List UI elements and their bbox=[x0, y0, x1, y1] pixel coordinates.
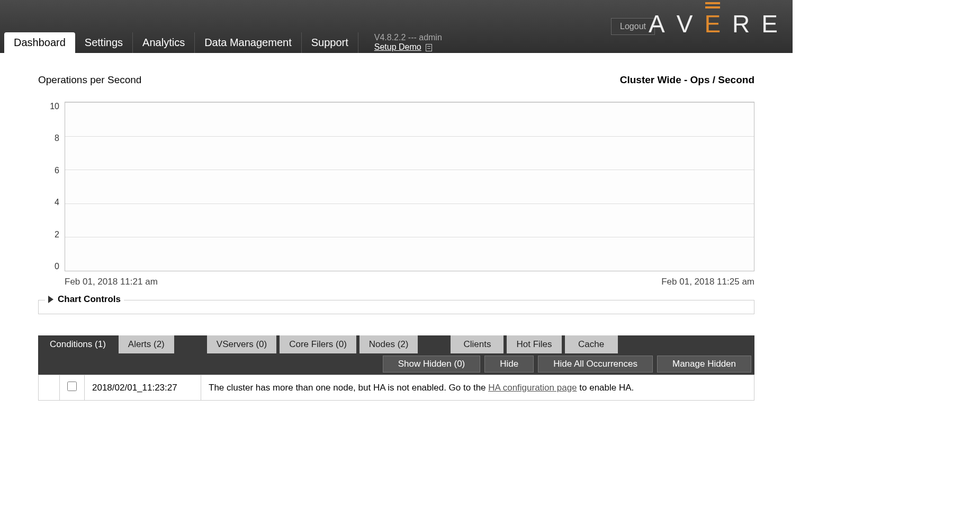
tab-vservers[interactable]: VServers (0) bbox=[207, 335, 276, 353]
row-checkbox[interactable] bbox=[67, 382, 77, 391]
chart-title-right: Cluster Wide - Ops / Second bbox=[620, 74, 754, 86]
y-tick: 4 bbox=[55, 198, 59, 207]
version-text: V4.8.2.2 --- admin bbox=[374, 33, 442, 42]
tab-core-filers[interactable]: Core Filers (0) bbox=[280, 335, 356, 353]
y-tick: 8 bbox=[55, 134, 59, 143]
y-tick: 10 bbox=[50, 102, 59, 111]
logo-letter: E bbox=[761, 10, 782, 38]
nav-tab-data-management[interactable]: Data Management bbox=[195, 32, 302, 53]
nav-tab-support[interactable]: Support bbox=[302, 32, 358, 53]
show-hidden-button[interactable]: Show Hidden (0) bbox=[383, 356, 481, 373]
tab-clients[interactable]: Clients bbox=[451, 335, 504, 353]
tab-alerts[interactable]: Alerts (2) bbox=[119, 335, 174, 353]
msg-prefix: The cluster has more than one node, but … bbox=[209, 383, 488, 393]
chart-x-axis: Feb 01, 2018 11:21 am Feb 01, 2018 11:25… bbox=[65, 277, 754, 287]
chart-area: 10 8 6 4 2 0 bbox=[38, 102, 754, 271]
logo-letter-e: E bbox=[704, 10, 725, 38]
x-tick-end: Feb 01, 2018 11:25 am bbox=[661, 277, 754, 287]
msg-suffix: to enable HA. bbox=[577, 383, 634, 393]
tab-cache[interactable]: Cache bbox=[565, 335, 618, 353]
y-tick: 0 bbox=[55, 262, 59, 271]
top-bar: Logout A V E R E Dashboard Settings Anal… bbox=[0, 0, 793, 53]
chart-controls-label: Chart Controls bbox=[58, 294, 121, 305]
chart-controls-panel: Chart Controls bbox=[38, 300, 754, 314]
tab-hot-files[interactable]: Hot Files bbox=[507, 335, 561, 353]
chart-title-left: Operations per Second bbox=[38, 74, 141, 86]
hide-all-occurrences-button[interactable]: Hide All Occurrences bbox=[538, 356, 653, 373]
chart-plot[interactable] bbox=[65, 102, 754, 271]
table-row: 2018/02/01_11:23:27 The cluster has more… bbox=[39, 375, 754, 401]
manage-hidden-button[interactable]: Manage Hidden bbox=[657, 356, 751, 373]
status-tab-strip: Conditions (1) Alerts (2) VServers (0) C… bbox=[38, 335, 754, 375]
row-timestamp: 2018/02/01_11:23:27 bbox=[85, 375, 201, 401]
y-tick: 6 bbox=[55, 166, 59, 175]
nav-tab-analytics[interactable]: Analytics bbox=[133, 32, 195, 53]
document-icon bbox=[426, 44, 432, 51]
tab-conditions[interactable]: Conditions (1) bbox=[40, 335, 115, 353]
chart-controls-toggle[interactable]: Chart Controls bbox=[45, 294, 124, 305]
logo-letter: R bbox=[732, 10, 754, 38]
tab-nodes[interactable]: Nodes (2) bbox=[359, 335, 418, 353]
x-tick-start: Feb 01, 2018 11:21 am bbox=[65, 277, 158, 287]
chart-y-axis: 10 8 6 4 2 0 bbox=[38, 102, 65, 271]
row-expand-cell[interactable] bbox=[39, 375, 60, 401]
chevron-right-icon bbox=[48, 296, 53, 303]
y-tick: 2 bbox=[55, 230, 59, 240]
ha-config-link[interactable]: HA configuration page bbox=[488, 383, 577, 393]
brand-logo: A V E R E bbox=[649, 10, 782, 38]
conditions-table: 2018/02/01_11:23:27 The cluster has more… bbox=[38, 375, 754, 401]
main-nav: Dashboard Settings Analytics Data Manage… bbox=[4, 32, 442, 53]
setup-demo-link[interactable]: Setup Demo bbox=[374, 42, 421, 51]
logo-letter: A bbox=[649, 10, 669, 38]
nav-tab-dashboard[interactable]: Dashboard bbox=[4, 32, 75, 53]
hide-button[interactable]: Hide bbox=[484, 356, 534, 373]
nav-tab-settings[interactable]: Settings bbox=[75, 32, 133, 53]
logo-letter: V bbox=[677, 10, 697, 38]
version-area: V4.8.2.2 --- admin Setup Demo bbox=[374, 33, 442, 53]
row-message: The cluster has more than one node, but … bbox=[201, 375, 754, 401]
row-checkbox-cell bbox=[60, 375, 85, 401]
